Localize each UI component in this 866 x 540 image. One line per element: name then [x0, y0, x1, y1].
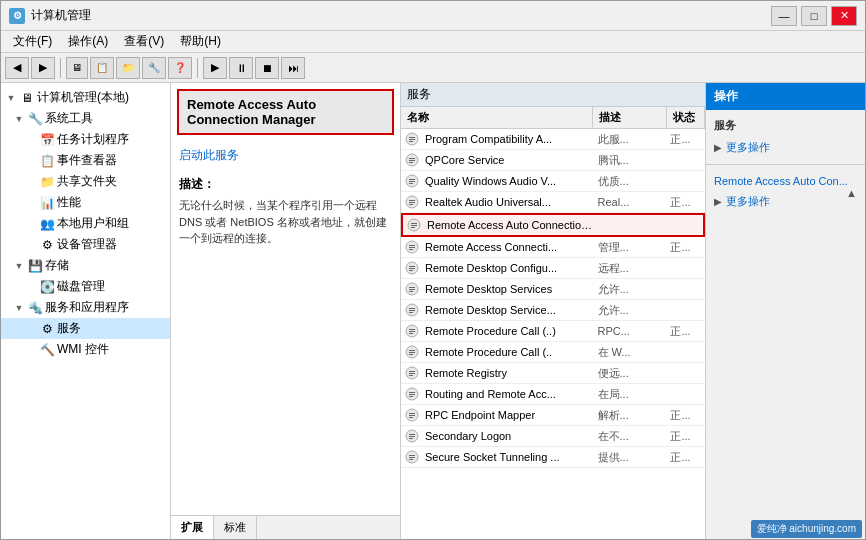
- service-icon: [403, 301, 421, 319]
- task-scheduler-toggle[interactable]: ▷: [25, 134, 37, 146]
- menu-file[interactable]: 文件(F): [5, 31, 60, 52]
- col-header-status[interactable]: 状态: [667, 107, 705, 128]
- table-row[interactable]: Remote Desktop Service...允许...: [401, 300, 705, 321]
- selected-service-name: Remote Access Auto Connection Manager: [187, 97, 316, 127]
- tree-task-scheduler[interactable]: ▷ 📅 任务计划程序: [1, 129, 170, 150]
- table-row[interactable]: Remote Access Connecti...管理...正...: [401, 237, 705, 258]
- service-name: Quality Windows Audio V...: [423, 173, 596, 189]
- forward-button[interactable]: ▶: [31, 57, 55, 79]
- system-tools-label: 系统工具: [45, 110, 93, 127]
- table-row[interactable]: Remote Desktop Configu...远程...: [401, 258, 705, 279]
- storage-toggle[interactable]: ▼: [13, 260, 25, 272]
- toolbar-btn-1[interactable]: 🖥: [66, 57, 88, 79]
- svg-rect-26: [409, 268, 415, 269]
- table-row[interactable]: Remote Registry便远...: [401, 363, 705, 384]
- table-row[interactable]: QPCore Service腾讯...: [401, 150, 705, 171]
- table-row[interactable]: Secondary Logon在不...正...: [401, 426, 705, 447]
- event-viewer-toggle[interactable]: ▷: [25, 155, 37, 167]
- performance-icon: 📊: [39, 195, 55, 211]
- maximize-button[interactable]: □: [801, 6, 827, 26]
- tree-local-users[interactable]: ▷ 👥 本地用户和组: [1, 213, 170, 234]
- table-row[interactable]: Remote Procedure Call (..)RPC...正...: [401, 321, 705, 342]
- column-headers: 名称 描述 状态: [401, 107, 705, 129]
- action-section2-item-more[interactable]: ▶ 更多操作: [706, 191, 846, 212]
- service-name: Remote Access Auto Connection Manager: [425, 217, 595, 233]
- local-users-toggle[interactable]: ▷: [25, 218, 37, 230]
- toolbar-btn-2[interactable]: 📋: [90, 57, 114, 79]
- tree-system-tools[interactable]: ▼ 🔧 系统工具: [1, 108, 170, 129]
- services-table[interactable]: 名称 描述 状态 Program Compatibility A...此服...…: [401, 107, 705, 539]
- detail-tabs: 扩展 标准: [171, 515, 400, 539]
- action-section1-item-more[interactable]: ▶ 更多操作: [706, 137, 865, 158]
- system-tools-toggle[interactable]: ▼: [13, 113, 25, 125]
- toolbar-btn-3[interactable]: 📁: [116, 57, 140, 79]
- toolbar-btn-5[interactable]: ❓: [168, 57, 192, 79]
- menu-view[interactable]: 查看(V): [116, 31, 172, 52]
- tree-performance[interactable]: ▷ 📊 性能: [1, 192, 170, 213]
- tree-services[interactable]: ▷ ⚙ 服务: [1, 318, 170, 339]
- table-row[interactable]: Realtek Audio Universal...Real...正...: [401, 192, 705, 213]
- service-desc: 允许...: [596, 301, 669, 320]
- play-button[interactable]: ▶: [203, 57, 227, 79]
- service-desc: 远程...: [596, 259, 669, 278]
- back-button[interactable]: ◀: [5, 57, 29, 79]
- pause-button[interactable]: ⏸: [229, 57, 253, 79]
- svg-rect-31: [409, 291, 413, 292]
- col-header-desc[interactable]: 描述: [593, 107, 667, 128]
- tree-disk-management[interactable]: ▷ 💽 磁盘管理: [1, 276, 170, 297]
- table-row[interactable]: Secure Socket Tunneling ...提供...正...: [401, 447, 705, 468]
- stop-button[interactable]: ⏹: [255, 57, 279, 79]
- table-row[interactable]: Remote Desktop Services允许...: [401, 279, 705, 300]
- performance-toggle[interactable]: ▷: [25, 197, 37, 209]
- table-row[interactable]: RPC Endpoint Mapper解析...正...: [401, 405, 705, 426]
- service-icon: [403, 151, 421, 169]
- section2-more-label: 更多操作: [726, 194, 770, 209]
- service-name: Remote Registry: [423, 365, 596, 381]
- table-row[interactable]: Program Compatibility A...此服...正...: [401, 129, 705, 150]
- service-desc: RPC...: [596, 323, 669, 339]
- service-icon: [403, 427, 421, 445]
- service-icon: [403, 343, 421, 361]
- svg-rect-35: [409, 312, 413, 313]
- shared-folders-toggle[interactable]: ▷: [25, 176, 37, 188]
- tree-event-viewer[interactable]: ▷ 📋 事件查看器: [1, 150, 170, 171]
- restart-button[interactable]: ⏭: [281, 57, 305, 79]
- arrow-icon-2: ▶: [714, 196, 722, 207]
- services-label: 服务: [57, 320, 81, 337]
- toolbar-btn-4[interactable]: 🔧: [142, 57, 166, 79]
- svg-rect-29: [409, 287, 415, 288]
- services-apps-toggle[interactable]: ▼: [13, 302, 25, 314]
- table-row[interactable]: Quality Windows Audio V...优质...: [401, 171, 705, 192]
- title-bar: ⚙ 计算机管理 — □ ✕: [1, 1, 865, 31]
- close-button[interactable]: ✕: [831, 6, 857, 26]
- menu-help[interactable]: 帮助(H): [172, 31, 229, 52]
- tab-standard[interactable]: 标准: [214, 516, 257, 539]
- tree-device-manager[interactable]: ▷ ⚙ 设备管理器: [1, 234, 170, 255]
- disk-mgmt-toggle[interactable]: ▷: [25, 281, 37, 293]
- service-status: 正...: [668, 130, 705, 149]
- tab-extend[interactable]: 扩展: [171, 516, 214, 539]
- service-desc: 解析...: [596, 406, 669, 425]
- device-manager-toggle[interactable]: ▷: [25, 239, 37, 251]
- start-service-link[interactable]: 启动此服务: [179, 148, 239, 162]
- minimize-button[interactable]: —: [771, 6, 797, 26]
- services-apps-label: 服务和应用程序: [45, 299, 129, 316]
- table-row[interactable]: Routing and Remote Acc...在局...: [401, 384, 705, 405]
- svg-rect-5: [409, 158, 415, 159]
- svg-rect-6: [409, 160, 415, 161]
- svg-rect-42: [409, 352, 415, 353]
- wmi-toggle[interactable]: ▷: [25, 344, 37, 356]
- tree-shared-folders[interactable]: ▷ 📁 共享文件夹: [1, 171, 170, 192]
- tree-services-apps[interactable]: ▼ 🔩 服务和应用程序: [1, 297, 170, 318]
- col-header-name[interactable]: 名称: [401, 107, 593, 128]
- tree-storage[interactable]: ▼ 💾 存储: [1, 255, 170, 276]
- tree-root[interactable]: ▼ 🖥 计算机管理(本地): [1, 87, 170, 108]
- tree-wmi[interactable]: ▷ 🔨 WMI 控件: [1, 339, 170, 360]
- tree-root-toggle[interactable]: ▼: [5, 92, 17, 104]
- table-row[interactable]: Remote Access Auto Connection Manager: [401, 213, 705, 237]
- services-toggle[interactable]: ▷: [25, 323, 37, 335]
- tree-root-label: 计算机管理(本地): [37, 89, 129, 106]
- table-row[interactable]: Remote Procedure Call (..在 W...: [401, 342, 705, 363]
- menu-action[interactable]: 操作(A): [60, 31, 116, 52]
- service-icon: [403, 448, 421, 466]
